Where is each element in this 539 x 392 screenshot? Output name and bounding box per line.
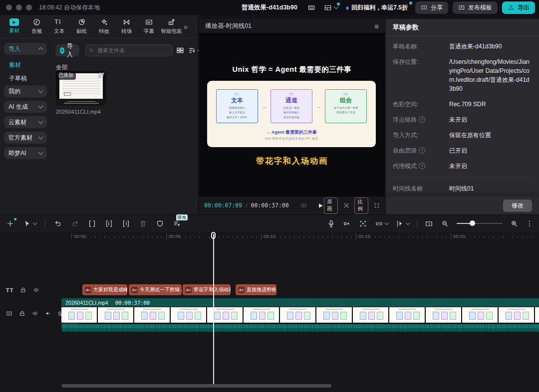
preview-icon (425, 219, 433, 228)
player-menu-icon[interactable]: ≡ (374, 22, 379, 30)
slider-handle[interactable] (470, 220, 475, 226)
sidebar-item-即梦AI[interactable]: 即梦AI (4, 147, 47, 159)
media-thumbnail[interactable]: 已添加 27 (56, 71, 106, 106)
playhead[interactable] (211, 232, 216, 385)
chevron-down-icon (38, 150, 43, 155)
sidebar-item-AI 生成[interactable]: AI 生成 (4, 101, 47, 113)
toggle-visibility-icon[interactable] (32, 310, 38, 317)
text-clear-button[interactable]: 限免 (173, 219, 181, 228)
module-tabs: ▶素材音频TI文本贴纸特效转场字幕智能包装» (0, 15, 198, 38)
sidebar-item-素材[interactable]: 素材 (4, 58, 54, 72)
diagram-box-组合: 03组合每个命令只做一件事拼装复杂工作流 (325, 89, 367, 123)
mute-track-icon[interactable] (45, 310, 51, 317)
chevron-down-icon (38, 104, 43, 109)
modify-button[interactable]: 修改 (503, 199, 532, 212)
snap-button[interactable] (343, 219, 351, 228)
filmstrip-frame (244, 307, 279, 323)
sidebar-item-官方素材[interactable]: 官方素材 (4, 132, 47, 144)
ruler-label: 00:05 (166, 233, 181, 239)
mask-button[interactable] (156, 219, 164, 228)
add-icon (6, 219, 14, 228)
module-tab-贴纸[interactable]: 贴纸 (70, 18, 93, 35)
shortcut-keys-button[interactable] (306, 3, 318, 12)
preview-button[interactable] (425, 219, 433, 228)
auto-attach-icon (359, 219, 367, 228)
sidebar-item-导入[interactable]: 导入 (4, 43, 47, 55)
zoom-out-button[interactable] (441, 219, 449, 228)
cursor-select-icon (396, 219, 404, 228)
zoom-in-button[interactable] (510, 219, 519, 228)
trash-button[interactable] (139, 219, 147, 228)
view-grid-button[interactable] (176, 46, 185, 55)
horizontal-scrollbar[interactable] (61, 384, 331, 388)
text-clip[interactable]: A≡带花字和入场动画 (183, 284, 231, 295)
sidebar-item-云素材[interactable]: 云素材 (4, 116, 47, 128)
sidebar-item-子草稿[interactable]: 子草稿 (4, 72, 54, 85)
timeline-zoom-slider[interactable] (457, 220, 503, 226)
share-button[interactable]: 分享 (415, 1, 448, 14)
text-clip[interactable]: A≡大家好我是成峰 (82, 284, 127, 295)
export-icon (508, 4, 515, 11)
split-left-button[interactable] (105, 219, 113, 228)
publish-template-button[interactable]: 发布模板 (453, 1, 498, 14)
ratio-button[interactable]: 比例 (354, 197, 368, 214)
promo-banner[interactable]: ♦ 回归福利，幸运7.5折 (343, 2, 411, 13)
preview-zoom-icon[interactable] (343, 201, 349, 209)
timeline-toolbar: 限免 ⋮ (0, 214, 539, 232)
auto-attach-button[interactable] (359, 219, 367, 228)
text-clip[interactable]: A≡直接推进剪映草稿 (236, 284, 276, 295)
pointer-button[interactable] (23, 219, 36, 228)
search-input[interactable] (96, 47, 169, 54)
media-search[interactable] (85, 44, 173, 56)
module-tab-转场[interactable]: 转场 (115, 18, 138, 35)
text-clip-icon: A≡ (131, 287, 138, 293)
zoom-in-icon (510, 219, 519, 228)
cursor-select-button[interactable] (396, 219, 409, 228)
layout-switch-button[interactable] (322, 3, 338, 12)
help-icon[interactable]: ? (419, 116, 425, 123)
timeline-ruler[interactable]: 00:0000:0500:1000:1500:2000:25 (0, 232, 539, 242)
free-badge: 限免 (176, 214, 188, 221)
fullscreen-icon[interactable] (374, 201, 380, 209)
undo-button[interactable] (54, 219, 62, 228)
video-clip-filmstrip[interactable] (61, 307, 539, 323)
sidebar-item-我的[interactable]: 我的 (4, 85, 47, 97)
redo-button[interactable] (71, 219, 79, 228)
split-button[interactable] (88, 219, 96, 228)
param-row: 导入方式:保留在原有位置 (393, 131, 532, 140)
toggle-visibility-icon[interactable] (33, 287, 39, 293)
filmstrip-frame (462, 307, 498, 323)
lock-track-icon[interactable] (20, 287, 26, 293)
module-tab-字幕[interactable]: 字幕 (138, 18, 160, 35)
help-icon[interactable]: ? (419, 147, 425, 154)
ruler-label: 00:10 (261, 233, 275, 239)
module-tab-特效[interactable]: 特效 (93, 18, 115, 35)
more-tabs-button[interactable]: » (184, 22, 187, 31)
text-clip[interactable]: A≡今天测试一下剪辑 Ag (129, 284, 182, 295)
frame-step-icon[interactable] (300, 202, 307, 209)
add-button[interactable] (6, 219, 14, 228)
filmstrip-frame (98, 307, 133, 323)
module-tab-素材[interactable]: ▶素材 (3, 18, 25, 34)
trash-icon (139, 219, 147, 228)
video-clip-header[interactable]: 20260411CLI.mp4 00:00:37:00 (61, 298, 539, 307)
more-options-button[interactable]: ⋮ (526, 219, 533, 227)
help-icon[interactable]: ? (419, 163, 425, 169)
module-tab-音频[interactable]: 音频 (25, 18, 48, 35)
window-controls[interactable] (6, 4, 32, 10)
audio-waveform[interactable] (61, 324, 539, 332)
mic-button[interactable] (327, 219, 335, 228)
lock-track-icon[interactable] (19, 310, 25, 317)
media-item[interactable]: 已添加 27 20260411CLI.mp4 (56, 71, 106, 115)
play-button[interactable] (317, 202, 324, 209)
original-quality-button[interactable]: 原画 (324, 197, 338, 214)
module-tab-文本[interactable]: TI文本 (48, 18, 70, 35)
link-button[interactable] (375, 219, 388, 228)
export-button[interactable]: 导出 (502, 1, 535, 14)
preview-canvas[interactable]: Unix 哲学 = Agent 最需要的三件事 01文本调用模型接口输入文本提示… (199, 33, 385, 196)
import-button[interactable]: + 导入 (55, 44, 79, 56)
param-row: 色彩空间:Rec.709 SDR (393, 100, 532, 109)
split-right-button[interactable] (122, 219, 130, 228)
grid-view-icon (176, 46, 185, 55)
module-tab-智能包装[interactable]: 智能包装 (160, 18, 183, 35)
